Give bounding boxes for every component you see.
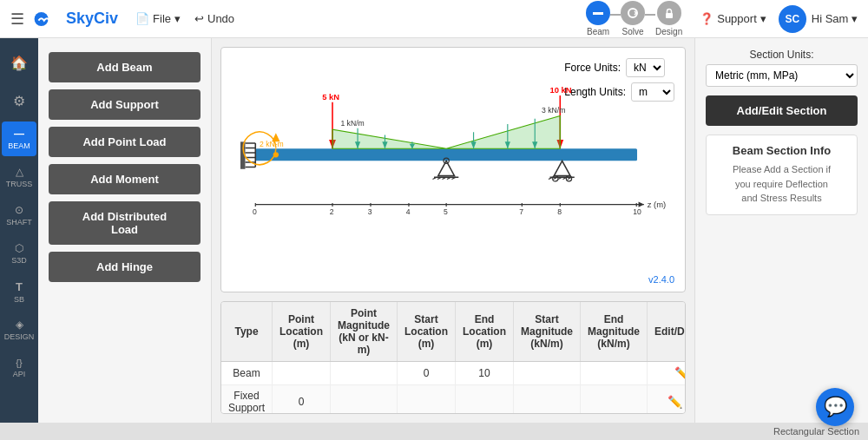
add-hinge-button[interactable]: Add Hinge [49,252,201,282]
api-nav-label: API [13,370,26,378]
delete-icon[interactable]: ✕ [685,395,686,409]
svg-rect-1 [593,12,603,15]
section-info-box: Beam Section Info Please Add a Section i… [706,135,858,215]
svg-text:2 kN-m: 2 kN-m [260,140,284,148]
workflow-steps: Beam Solve Design [586,1,682,36]
support-label: Support [717,12,757,25]
col-type: Type [221,302,273,362]
row-actions: ✏️ ✕ [648,385,686,415]
svg-text:7: 7 [519,207,523,216]
sidebar-item-api[interactable]: {} API [2,351,36,385]
s3d-nav-label: S3D [11,256,27,265]
sidebar-item-shaft[interactable]: ⊙ SHAFT [2,198,36,233]
workflow-design[interactable]: Design [655,1,682,36]
add-section-button[interactable]: Add/Edit Section [706,95,858,126]
beam-icon [591,6,605,20]
add-moment-button[interactable]: Add Moment [49,164,201,194]
design-step-circle [657,1,681,25]
row-end-mag [581,385,648,415]
s3d-icon: ⬡ [15,242,23,254]
svg-text:10: 10 [633,207,641,216]
edit-icon[interactable]: ✏️ [674,366,686,380]
file-icon: 📄 [135,12,149,25]
add-beam-button[interactable]: Add Beam [49,52,201,82]
svg-text:5: 5 [444,207,448,216]
beam-step-circle [586,1,610,25]
row-point-loc: 0 [273,385,331,415]
row-end-loc: 10 [456,362,514,385]
sidebar-item-beam[interactable]: — BEAM [2,121,36,156]
beam-diagram: 5 kN 10 kN [221,48,685,253]
beam-nav-label: BEAM [8,141,30,150]
workflow-line-2 [645,14,655,16]
workflow-beam[interactable]: Beam [586,1,610,36]
file-label: File [153,12,171,25]
svg-text:4: 4 [406,207,411,216]
svg-text:1 kN/m: 1 kN/m [340,119,364,128]
col-point-mag: Point Magnitude(kN or kN-m) [331,302,398,362]
row-point-loc [273,362,331,385]
truss-icon: △ [16,166,23,178]
row-actions: ✏️ [648,362,686,385]
table-header-row: Type Point Location(m) Point Magnitude(k… [221,302,686,362]
add-distributed-load-button[interactable]: Add Distributed Load [49,201,201,245]
svg-text:z (m): z (m) [648,200,666,209]
col-edit-delete: Edit/Delete [648,302,686,362]
section-info-title: Beam Section Info [715,144,848,157]
support-menu[interactable]: ❓ Support ▾ [700,12,766,25]
lock-icon [662,6,676,20]
shaft-nav-label: SHAFT [6,218,32,227]
main-layout: 🏠 ⚙ — BEAM △ TRUSS ⊙ SHAFT ⬡ S3D T SB ◈ … [0,38,868,423]
username-label[interactable]: Hi Sam ▾ [812,12,858,25]
sidebar-item-design[interactable]: ◈ DESIGN [2,312,36,347]
svg-text:3: 3 [368,207,372,216]
api-icon: {} [16,358,22,368]
design-step-label: Design [655,27,682,36]
hamburger-menu[interactable]: ☰ [10,10,24,29]
sidebar-item-home[interactable]: 🏠 [2,45,36,80]
sidebar-item-truss[interactable]: △ TRUSS [2,160,36,194]
add-point-load-button[interactable]: Add Point Load [49,127,201,157]
app-name: SkyCiv [66,10,118,28]
data-table: Type Point Location(m) Point Magnitude(k… [220,301,686,414]
add-support-button[interactable]: Add Support [49,89,201,120]
user-avatar[interactable]: SC [779,5,806,33]
svg-marker-21 [554,161,570,175]
support-chevron-icon: ▾ [760,12,766,25]
svg-rect-4 [255,148,637,161]
sidebar-item-settings[interactable]: ⚙ [2,83,36,118]
solve-step-circle [621,1,645,25]
file-menu[interactable]: 📄 File ▾ [135,12,181,25]
beam-nav-icon: — [14,128,24,140]
undo-label: Undo [207,12,234,25]
design-nav-label: DESIGN [4,332,35,341]
row-start-loc [398,385,456,415]
sidebar-item-sb[interactable]: T SB [2,274,36,309]
col-start-loc: Start Location(m) [398,302,456,362]
col-end-mag: End Magnitude(kN/m) [581,302,648,362]
status-text: Rectangular Section [773,426,859,437]
section-units-select[interactable]: Metric (mm, MPa) Imperial (in, ksi) [706,64,858,87]
solve-icon [626,6,640,20]
sb-icon: T [16,280,23,293]
chat-icon: 💬 [824,396,847,418]
col-start-mag: Start Magnitude(kN/m) [514,302,581,362]
shaft-icon: ⊙ [15,204,23,216]
workflow-line-1 [610,14,621,16]
undo-button[interactable]: ↩ Undo [194,12,234,25]
home-icon: 🏠 [10,55,28,71]
svg-text:5 kN: 5 kN [322,92,339,102]
table-row: Fixed Support 0 ✏️ ✕ [221,385,686,415]
svg-marker-56 [639,201,644,207]
logo-icon [33,10,61,28]
chat-bubble[interactable]: 💬 [816,388,854,426]
svg-text:0: 0 [253,207,257,216]
undo-icon: ↩ [194,12,204,25]
edit-icon[interactable]: ✏️ [667,395,682,409]
section-units-label: Section Units: [706,49,858,61]
workflow-solve[interactable]: Solve [621,1,645,36]
app-logo[interactable]: SkyCiv [33,10,118,28]
sidebar-item-s3d[interactable]: ⬡ S3D [2,236,36,271]
question-icon: ❓ [700,12,713,25]
row-end-loc [456,385,514,415]
